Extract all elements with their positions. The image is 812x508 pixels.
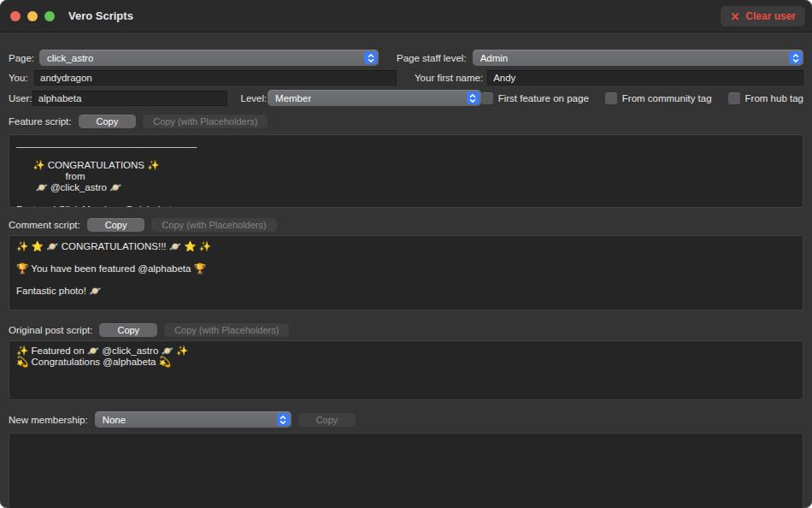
checkbox-from-community-tag[interactable]: From community tag <box>605 92 712 104</box>
comment-script-label: Comment script: <box>9 220 80 230</box>
page-dropdown-value: click_astro <box>47 53 93 63</box>
new-membership-value: None <box>103 415 127 425</box>
checkbox-first-feature-on-page[interactable]: First feature on page <box>481 92 589 104</box>
original-post-copy-placeholders-button[interactable]: Copy (with Placeholders) <box>164 323 289 337</box>
checkbox-icon <box>481 92 493 104</box>
new-membership-label: New membership: <box>9 415 88 425</box>
new-membership-copy-button[interactable]: Copy <box>298 413 356 427</box>
checkbox-label: First feature on page <box>498 93 589 103</box>
title-bar: Vero Scripts ✕ Clear user <box>0 0 812 32</box>
you-label: You: <box>9 73 34 83</box>
page-staff-level-value: Admin <box>480 53 509 63</box>
stepper-icon <box>277 413 290 426</box>
feature-copy-button[interactable]: Copy <box>79 115 137 128</box>
stepper-icon <box>467 92 480 104</box>
stepper-icon <box>364 51 377 64</box>
feature-script-textarea[interactable]: _________________________________ ✨ CONG… <box>9 134 803 208</box>
level-dropdown[interactable]: Member <box>268 90 481 106</box>
comment-copy-placeholders-button[interactable]: Copy (with Placeholders) <box>151 218 276 232</box>
original-post-script-label: Original post script: <box>9 325 92 335</box>
minimize-window-button[interactable] <box>27 11 38 21</box>
stepper-icon <box>789 51 802 64</box>
page-staff-level-label: Page staff level: <box>397 53 467 63</box>
user-label: User: <box>9 93 32 103</box>
clear-user-button[interactable]: ✕ Clear user <box>721 6 805 27</box>
app-window: Vero Scripts ✕ Clear user Page: click_as… <box>0 0 812 508</box>
comment-copy-button[interactable]: Copy <box>87 218 145 232</box>
checkbox-from-hub-tag[interactable]: From hub tag <box>728 92 803 104</box>
feature-script-label: Feature script: <box>9 116 72 127</box>
checkbox-label: From community tag <box>622 93 712 103</box>
page-dropdown[interactable]: click_astro <box>39 50 379 66</box>
checkbox-label: From hub tag <box>745 93 803 103</box>
comment-script-textarea[interactable]: ✨ ⭐ 🪐 CONGRATULATIONS!!! 🪐 ⭐ ✨ 🏆 You hav… <box>9 235 803 310</box>
traffic-lights <box>10 11 55 21</box>
level-label: Level: <box>241 93 268 103</box>
original-post-script-textarea[interactable]: ✨ Featured on 🪐 @click_astro 🪐 ✨ 💫 Congr… <box>9 340 803 400</box>
window-title: Vero Scripts <box>68 9 133 22</box>
new-membership-textarea[interactable] <box>9 433 803 508</box>
page-label: Page: <box>9 53 39 63</box>
close-window-button[interactable] <box>10 11 21 21</box>
checkbox-icon <box>605 92 617 104</box>
clear-user-label: Clear user <box>745 10 796 22</box>
page-staff-level-dropdown[interactable]: Admin <box>473 50 803 66</box>
close-icon: ✕ <box>730 10 739 23</box>
checkbox-icon <box>728 92 740 104</box>
first-name-input[interactable] <box>487 70 803 86</box>
original-post-copy-button[interactable]: Copy <box>99 323 157 337</box>
first-name-label: Your first name: <box>415 73 483 83</box>
new-membership-dropdown[interactable]: None <box>95 411 291 428</box>
you-input[interactable]: andydragon <box>34 70 397 86</box>
level-dropdown-value: Member <box>275 93 311 103</box>
feature-copy-placeholders-button[interactable]: Copy (with Placeholders) <box>143 115 268 128</box>
zoom-window-button[interactable] <box>44 11 55 21</box>
user-input[interactable] <box>32 91 227 106</box>
